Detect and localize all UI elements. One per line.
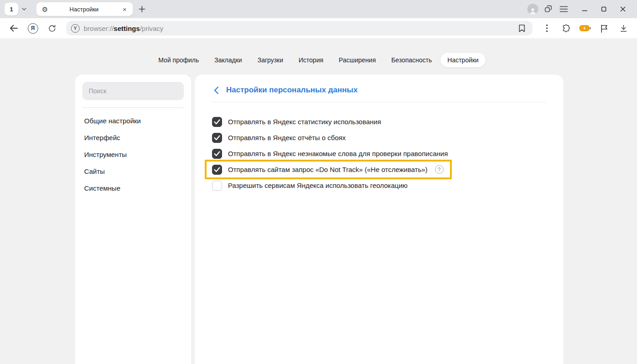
tab-counter-button[interactable]: 1: [5, 3, 18, 15]
battery-saver-icon[interactable]: [577, 21, 593, 35]
section-header: Настройки персональных данных: [212, 75, 546, 95]
sidebar-item-interface[interactable]: Интерфейс: [82, 129, 184, 146]
row-crash-reports: Отправлять в Яндекс отчёты о сбоях ?: [212, 130, 546, 146]
row-do-not-track: Отправлять сайтам запрос «Do Not Track» …: [205, 160, 452, 179]
avatar: [527, 4, 538, 15]
sidebar-item-tools[interactable]: Инструменты: [82, 146, 184, 163]
page-title: Настройки персональных данных: [226, 86, 358, 95]
address-bar[interactable]: Y browser://settings/privacy: [66, 21, 532, 35]
checkbox-crash-reports[interactable]: [212, 133, 222, 143]
sidebar-item-sites[interactable]: Сайты: [82, 163, 184, 180]
nav-tab-profile[interactable]: Мой профиль: [152, 53, 206, 67]
close-icon[interactable]: [613, 2, 632, 16]
sidebar-item-general[interactable]: Общие настройки: [82, 112, 184, 129]
download-icon[interactable]: [615, 21, 632, 35]
back-chevron-icon[interactable]: [212, 86, 220, 94]
new-tab-button[interactable]: [136, 3, 148, 15]
yandex-logo-icon[interactable]: Я: [25, 21, 41, 35]
nav-tab-history[interactable]: История: [292, 53, 330, 67]
row-spellcheck-words: Отправлять в Яндекс незнакомые слова для…: [212, 146, 546, 162]
checkbox-spellcheck-words[interactable]: [212, 149, 222, 159]
url-path: /privacy: [140, 25, 163, 32]
maximize-icon[interactable]: [594, 2, 613, 16]
url-text: browser://settings/privacy: [84, 25, 512, 32]
back-icon[interactable]: [5, 21, 22, 35]
nav-tab-bookmarks[interactable]: Закладки: [207, 53, 249, 67]
checkbox-list: Отправлять в Яндекс статистику использов…: [212, 114, 546, 193]
window-controls: [575, 2, 632, 16]
row-usage-statistics: Отправлять в Яндекс статистику использов…: [212, 114, 546, 130]
settings-sidebar: Общие настройки Интерфейс Инструменты Са…: [75, 75, 191, 364]
search-input[interactable]: [82, 82, 184, 100]
checkbox-do-not-track[interactable]: [212, 165, 222, 175]
checkbox-usage-statistics[interactable]: [212, 117, 222, 127]
extensions-icon[interactable]: [558, 21, 574, 35]
browser-window: 1 ⚙ Настройки ×: [0, 0, 637, 364]
profile-avatar-button[interactable]: [525, 2, 541, 16]
settings-columns: Общие настройки Интерфейс Инструменты Са…: [75, 75, 563, 364]
row-geolocation: Разрешить сервисам Яндекса использовать …: [212, 177, 546, 193]
tab-counter: 1: [5, 3, 30, 15]
flag-icon[interactable]: [596, 21, 612, 35]
site-badge-icon: Y: [71, 24, 80, 33]
help-icon[interactable]: ?: [435, 165, 444, 174]
settings-page: Мой профиль Закладки Загрузки История Ра…: [0, 38, 637, 364]
gear-icon: ⚙: [42, 6, 48, 13]
checkbox-geolocation[interactable]: [212, 181, 222, 191]
tab-bar: 1 ⚙ Настройки ×: [0, 0, 637, 18]
section-divider: [212, 102, 546, 102]
sidebar-item-system[interactable]: Системные: [82, 180, 184, 197]
sidebar-divider: [82, 107, 184, 108]
chevron-down-icon[interactable]: [18, 3, 30, 15]
settings-nav: Мой профиль Закладки Загрузки История Ра…: [152, 53, 485, 67]
nav-tab-security[interactable]: Безопасность: [384, 53, 439, 67]
nav-tab-settings[interactable]: Настройки: [440, 53, 485, 67]
menu-icon[interactable]: [556, 2, 571, 16]
url-scheme: browser://: [84, 25, 114, 32]
tab-close-icon[interactable]: ×: [120, 5, 129, 14]
nav-tab-extensions[interactable]: Расширения: [332, 53, 383, 67]
reload-icon[interactable]: [44, 21, 60, 35]
tab-title: Настройки: [51, 6, 116, 13]
browser-tab-settings[interactable]: ⚙ Настройки ×: [36, 2, 133, 16]
url-host: settings: [114, 25, 140, 32]
nav-tab-downloads[interactable]: Загрузки: [251, 53, 290, 67]
browser-toolbar: Я Y browser://settings/privacy: [0, 18, 637, 38]
bookmark-icon[interactable]: [516, 21, 528, 35]
panels-icon[interactable]: [541, 2, 556, 16]
minimize-icon[interactable]: [575, 2, 594, 16]
more-options-icon[interactable]: [539, 21, 555, 35]
privacy-settings-panel: Настройки персональных данных Отправлять…: [195, 75, 563, 364]
